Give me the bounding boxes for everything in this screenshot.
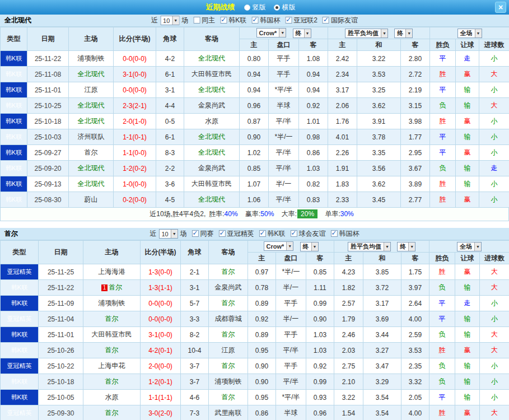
home-team-name[interactable]: 水原: [105, 393, 119, 401]
score-cell[interactable]: 0-0(0-0): [141, 311, 181, 327]
filter-checkbox-item[interactable]: 亚冠精英: [214, 229, 254, 239]
home-team-name[interactable]: 全北现代: [78, 117, 105, 125]
score-cell[interactable]: 1-1(0-0): [114, 145, 156, 161]
scope-select[interactable]: 全场▼: [457, 29, 482, 38]
home-team-name[interactable]: 浦项制铁: [78, 54, 105, 62]
home-team-name[interactable]: 首尔: [105, 409, 119, 417]
home-team-name[interactable]: 上海海港: [99, 268, 125, 276]
away-team-cell[interactable]: 成都蓉城: [209, 311, 248, 327]
checkbox-icon[interactable]: [259, 230, 266, 237]
away-team-name[interactable]: 金泉尚武: [198, 164, 225, 172]
checkbox-icon[interactable]: [331, 230, 338, 237]
home-team-cell[interactable]: 水原: [83, 390, 141, 405]
home-team-cell[interactable]: 浦项制铁: [69, 51, 114, 67]
score-cell[interactable]: 2-0(0-0): [141, 358, 181, 374]
home-team-cell[interactable]: 全北现代: [69, 98, 114, 114]
home-team-cell[interactable]: 济州联队: [69, 129, 114, 145]
home-team-cell[interactable]: 全北现代: [69, 176, 114, 192]
score-cell[interactable]: 1-3(0-0): [141, 264, 181, 280]
home-team-cell[interactable]: 首尔: [69, 145, 114, 161]
away-team-cell[interactable]: 金泉尚武: [184, 161, 240, 176]
match-count-select[interactable]: 10▼: [160, 16, 179, 25]
away-team-cell[interactable]: 武里南联: [209, 405, 248, 420]
away-team-name[interactable]: 武里南联: [215, 409, 242, 417]
bookmaker-select[interactable]: Crow*▼: [256, 28, 287, 38]
away-team-cell[interactable]: 金泉尚武: [209, 280, 248, 296]
away-team-cell[interactable]: 全北现代: [184, 145, 240, 161]
radio-label[interactable]: 横版: [282, 3, 296, 12]
filter-checkbox-item[interactable]: 韩K联: [254, 229, 286, 239]
away-team-cell[interactable]: 浦项制铁: [209, 374, 248, 390]
away-team-cell[interactable]: 全北现代: [184, 129, 240, 145]
score-cell[interactable]: 3-0(2-0): [141, 405, 181, 420]
score-cell[interactable]: 4-2(0-1): [141, 343, 181, 358]
home-team-name[interactable]: 大田韩亚市民: [92, 330, 132, 338]
radio-icon[interactable]: [274, 4, 280, 11]
radio-icon[interactable]: [244, 4, 250, 11]
away-team-cell[interactable]: 首尔: [209, 390, 248, 405]
away-team-cell[interactable]: 江原: [209, 343, 248, 358]
home-team-name[interactable]: 全北现代: [78, 70, 105, 78]
scope-select[interactable]: 全场▼: [457, 242, 482, 251]
away-team-name[interactable]: 大田韩亚市民: [192, 180, 232, 188]
away-team-cell[interactable]: 大田韩亚市民: [184, 67, 240, 82]
filter-checkbox-item[interactable]: 同主: [188, 16, 215, 25]
away-team-name[interactable]: 金泉尚武: [215, 283, 242, 291]
home-team-name[interactable]: 全北现代: [78, 164, 105, 172]
home-team-cell[interactable]: 全北现代: [69, 161, 114, 176]
home-team-cell[interactable]: 江原: [69, 82, 114, 98]
away-team-name[interactable]: 浦项制铁: [215, 377, 242, 385]
home-team-cell[interactable]: 大田韩亚市民: [83, 327, 141, 343]
score-cell[interactable]: 1-3(1-1): [141, 280, 181, 296]
home-team-cell[interactable]: 全北现代: [69, 114, 114, 129]
home-team-cell[interactable]: 首尔: [83, 405, 141, 420]
home-team-name[interactable]: 上海申花: [99, 362, 125, 370]
away-team-name[interactable]: 全北现代: [198, 148, 225, 156]
away-team-name[interactable]: 全北现代: [198, 195, 225, 203]
away-team-name[interactable]: 金泉尚武: [198, 101, 225, 109]
score-cell[interactable]: 3-1(0-0): [141, 327, 181, 343]
bookmaker-select[interactable]: Crow*▼: [264, 241, 294, 251]
away-team-name[interactable]: 首尔: [222, 393, 235, 401]
away-team-name[interactable]: 全北现代: [198, 54, 225, 62]
home-team-name[interactable]: 首尔: [105, 377, 119, 385]
match-count-select[interactable]: 10▼: [158, 229, 178, 239]
checkbox-icon[interactable]: [192, 230, 199, 237]
checkbox-icon[interactable]: [219, 230, 226, 237]
filter-checkbox-item[interactable]: 同赛: [187, 229, 214, 239]
europe-odds-select[interactable]: 胜平负均值▼: [348, 242, 391, 251]
away-team-name[interactable]: 首尔: [222, 330, 235, 338]
checkbox-icon[interactable]: [220, 17, 227, 24]
away-team-name[interactable]: 首尔: [222, 268, 235, 276]
checkbox-icon[interactable]: [285, 17, 292, 24]
score-cell[interactable]: 1-2(0-2): [114, 161, 156, 176]
home-team-cell[interactable]: 全北现代: [69, 67, 114, 82]
score-cell[interactable]: 2-3(2-1): [114, 98, 156, 114]
score-cell[interactable]: 1-1(1-1): [141, 390, 181, 405]
away-team-name[interactable]: 江原: [222, 346, 235, 354]
filter-checkbox-item[interactable]: 球会友谊: [286, 229, 326, 239]
close-button[interactable]: ×: [495, 2, 506, 13]
checkbox-icon[interactable]: [193, 17, 200, 24]
score-cell[interactable]: 0-2(0-0): [114, 192, 156, 208]
filter-checkbox-item[interactable]: 国际友谊: [317, 16, 358, 25]
away-team-name[interactable]: 首尔: [222, 299, 235, 307]
away-team-name[interactable]: 首尔: [222, 362, 235, 370]
filter-checkbox-item[interactable]: 韩K联: [215, 16, 246, 25]
final-select[interactable]: 终▼: [300, 242, 319, 251]
home-team-name[interactable]: 全北现代: [78, 180, 105, 188]
away-team-name[interactable]: 全北现代: [198, 133, 225, 141]
away-team-name[interactable]: 水原: [205, 117, 218, 125]
away-team-cell[interactable]: 首尔: [209, 358, 248, 374]
final-select[interactable]: 终▼: [397, 242, 415, 251]
home-team-cell[interactable]: 首尔: [83, 311, 141, 327]
home-team-name[interactable]: 首尔: [105, 346, 119, 354]
europe-odds-select[interactable]: 胜平负均值▼: [345, 29, 388, 38]
home-team-cell[interactable]: 上海申花: [83, 358, 141, 374]
home-team-name[interactable]: 首尔: [109, 283, 122, 291]
away-team-cell[interactable]: 全北现代: [184, 51, 240, 67]
checkbox-icon[interactable]: [291, 230, 297, 237]
away-team-cell[interactable]: 首尔: [209, 327, 248, 343]
view-radio-option[interactable]: 竖版: [244, 3, 266, 12]
away-team-cell[interactable]: 首尔: [209, 264, 248, 280]
